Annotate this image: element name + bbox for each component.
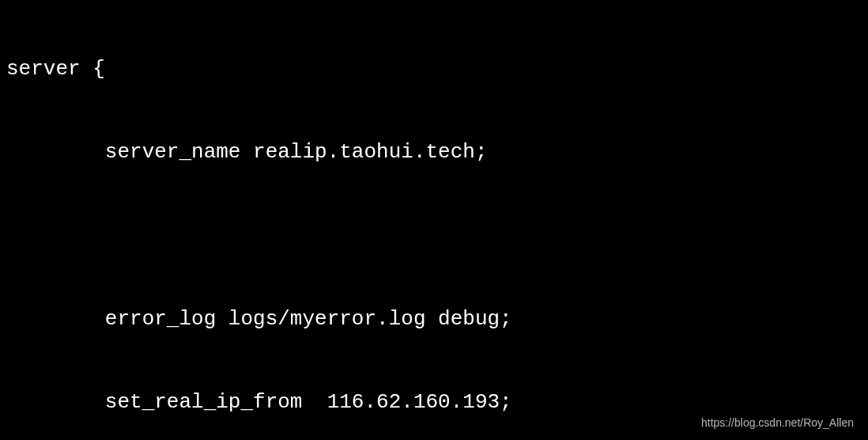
code-line: server { xyxy=(6,55,862,83)
code-line: error_log logs/myerror.log debug; xyxy=(6,305,862,333)
terminal-code-block: server { server_name realip.taohui.tech;… xyxy=(0,0,868,440)
code-line: server_name realip.taohui.tech; xyxy=(6,138,862,166)
code-line: set_real_ip_from 116.62.160.193; xyxy=(6,389,862,416)
code-line xyxy=(6,222,862,250)
watermark-text: https://blog.csdn.net/Roy_Allen xyxy=(701,415,854,431)
